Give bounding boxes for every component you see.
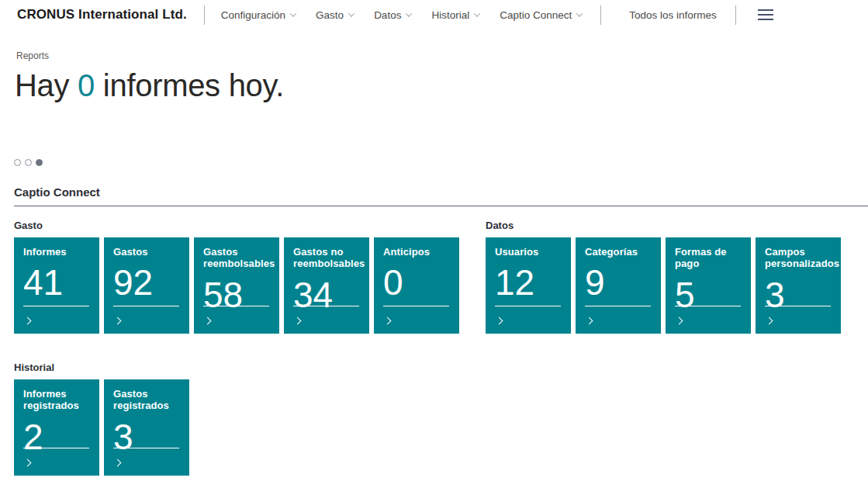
tile-divider <box>293 306 359 306</box>
nav-menu-configuracion[interactable]: Configuración <box>221 9 296 21</box>
tile-divider <box>495 306 561 306</box>
cue-tile-gastos-no-reembolsables[interactable]: Gastos no reembolsables 34 <box>284 237 369 334</box>
chevron-right-icon <box>586 317 593 325</box>
tile-label: Formas de pago <box>675 246 742 270</box>
chevron-down-icon <box>290 10 296 16</box>
tile-divider <box>765 306 831 306</box>
title-prefix: Hay <box>15 68 69 102</box>
tile-label: Usuarios <box>495 246 562 258</box>
tile-label: Categorías <box>585 246 652 258</box>
divider <box>204 5 205 25</box>
main-content: Reports Hay 0 informes hoy. Captio Conne… <box>0 50 868 476</box>
nav-menu-label: Gasto <box>316 9 344 21</box>
nav-menu-label: Captio Connect <box>500 9 572 21</box>
tile-value: 92 <box>113 265 180 300</box>
group-label: Datos <box>486 220 841 231</box>
tile-value: 41 <box>23 265 90 300</box>
chevron-right-icon <box>676 317 683 325</box>
reports-hero: Reports Hay 0 informes hoy. <box>0 50 868 102</box>
chevron-right-icon <box>496 317 503 325</box>
carousel-dots <box>14 159 868 166</box>
tile-value: 3 <box>765 277 832 313</box>
tile-divider <box>675 306 741 306</box>
tile-label: Gastos no reembolsables <box>293 246 360 270</box>
tile-label: Anticipos <box>383 246 450 258</box>
carousel-dot-1[interactable] <box>14 159 21 166</box>
carousel-dot-3-active[interactable] <box>36 159 43 166</box>
cue-tile-formas-de-pago[interactable]: Formas de pago 5 <box>666 237 751 334</box>
tile-value: 12 <box>495 265 562 300</box>
section-title: Captio Connect <box>14 185 868 199</box>
chevron-down-icon <box>406 10 412 16</box>
main-nav: Configuración Gasto Datos Historial Capt… <box>221 9 582 21</box>
chevron-right-icon <box>24 317 32 325</box>
cue-tile-gastos-reembolsables[interactable]: Gastos reembolsables 58 <box>194 237 279 334</box>
tile-divider <box>23 448 89 448</box>
cue-group-historial: Historial Informes registrados 2 Gastos … <box>14 362 189 476</box>
tile-label: Gastos reembolsables <box>203 246 270 270</box>
divider <box>735 5 736 25</box>
company-title: CRONUS International Ltd. <box>17 7 187 23</box>
title-count: 0 <box>78 68 95 102</box>
tile-divider <box>585 306 651 306</box>
cue-tile-anticipos[interactable]: Anticipos 0 <box>374 237 459 334</box>
tile-value: 2 <box>23 419 90 455</box>
cue-row-1: Gasto Informes 41 Gastos 92 Gastos reemb… <box>0 220 868 334</box>
nav-menu-label: Historial <box>431 9 469 21</box>
chevron-down-icon <box>348 10 354 16</box>
chevron-right-icon <box>294 317 302 325</box>
cue-group-gasto: Gasto Informes 41 Gastos 92 Gastos reemb… <box>14 220 459 334</box>
tile-divider <box>383 306 449 306</box>
tile-value: 5 <box>675 277 742 313</box>
nav-menu-datos[interactable]: Datos <box>374 9 411 21</box>
chevron-down-icon <box>474 10 480 16</box>
cue-tile-informes-registrados[interactable]: Informes registrados 2 <box>14 379 99 476</box>
cue-group-datos: Datos Usuarios 12 Categorías 9 Formas de… <box>486 220 841 334</box>
tile-value: 9 <box>585 265 652 300</box>
group-label: Gasto <box>14 220 459 231</box>
section-header: Captio Connect <box>14 185 868 206</box>
hamburger-menu-icon[interactable] <box>758 9 773 20</box>
chevron-right-icon <box>114 317 122 325</box>
cue-tile-gastos-registrados[interactable]: Gastos registrados 3 <box>104 379 189 476</box>
tile-value: 3 <box>113 419 180 455</box>
cue-row-2: Historial Informes registrados 2 Gastos … <box>0 362 868 476</box>
tile-label: Informes registrados <box>23 388 90 412</box>
nav-menu-gasto[interactable]: Gasto <box>316 9 354 21</box>
tile-value: 34 <box>293 277 360 313</box>
chevron-down-icon <box>576 10 583 16</box>
cue-tile-informes[interactable]: Informes 41 <box>14 237 99 334</box>
cue-tile-usuarios[interactable]: Usuarios 12 <box>486 237 571 334</box>
tile-label: Campos personalizados <box>765 246 832 270</box>
nav-menu-label: Datos <box>374 9 401 21</box>
tile-divider <box>113 306 179 306</box>
tile-label: Gastos <box>113 246 180 258</box>
tile-divider <box>203 306 269 306</box>
tile-label: Informes <box>23 246 90 258</box>
cue-tile-gastos[interactable]: Gastos 92 <box>104 237 189 334</box>
group-label: Historial <box>14 362 189 373</box>
chevron-right-icon <box>114 459 122 467</box>
chevron-right-icon <box>24 459 32 467</box>
divider <box>600 5 601 25</box>
top-bar: CRONUS International Ltd. Configuración … <box>0 0 868 29</box>
all-reports-button[interactable]: Todos los informes <box>629 9 717 21</box>
tile-value: 0 <box>383 265 450 300</box>
tile-divider <box>23 306 89 306</box>
chevron-right-icon <box>766 317 773 325</box>
nav-menu-historial[interactable]: Historial <box>431 9 479 21</box>
title-suffix: informes hoy. <box>103 68 284 102</box>
tile-label: Gastos registrados <box>113 388 180 412</box>
nav-menu-captio-connect[interactable]: Captio Connect <box>500 9 582 21</box>
page-title: Hay 0 informes hoy. <box>15 68 868 102</box>
nav-menu-label: Configuración <box>221 9 285 21</box>
chevron-right-icon <box>384 317 392 325</box>
cue-tile-categorias[interactable]: Categorías 9 <box>576 237 661 334</box>
carousel-dot-2[interactable] <box>25 159 32 166</box>
tile-value: 58 <box>203 277 270 313</box>
tile-divider <box>113 448 179 448</box>
chevron-right-icon <box>204 317 212 325</box>
reports-eyebrow: Reports <box>16 50 868 61</box>
cue-tile-campos-personalizados[interactable]: Campos personalizados 3 <box>756 237 841 334</box>
